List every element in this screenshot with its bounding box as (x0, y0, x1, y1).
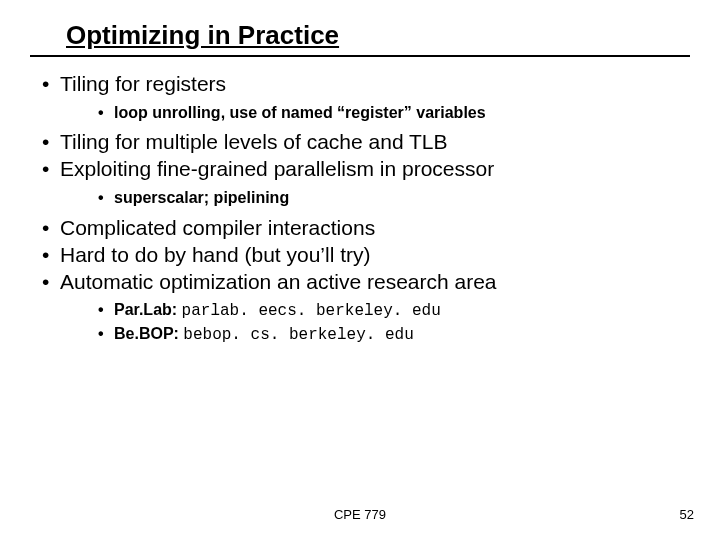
bullet-list: Tiling for registers loop unrolling, use… (40, 71, 690, 347)
sub-bullet-text: superscalar; pipelining (114, 189, 289, 206)
bullet-text: Complicated compiler interactions (60, 216, 375, 239)
bullet-item: Complicated compiler interactions (40, 215, 690, 242)
bullet-item: Exploiting fine-grained parallelism in p… (40, 156, 690, 208)
bullet-item: Hard to do by hand (but you’ll try) (40, 242, 690, 269)
sub-bullet-item: superscalar; pipelining (98, 187, 690, 209)
bullet-text: Automatic optimization an active researc… (60, 270, 497, 293)
bullet-item: Tiling for multiple levels of cache and … (40, 129, 690, 156)
bullet-item: Automatic optimization an active researc… (40, 269, 690, 347)
sub-bullet-text: loop unrolling, use of named “register” … (114, 104, 486, 121)
sub-bullet-item: Par.Lab: parlab. eecs. berkeley. edu (98, 299, 690, 323)
sub-bullet-list: Par.Lab: parlab. eecs. berkeley. edu Be.… (98, 299, 690, 346)
sub-bullet-label: Par.Lab: (114, 301, 182, 318)
sub-bullet-label: Be.BOP: (114, 325, 183, 342)
slide-title: Optimizing in Practice (66, 20, 690, 51)
footer-page-number: 52 (680, 507, 694, 522)
sub-bullet-list: loop unrolling, use of named “register” … (98, 102, 690, 124)
bullet-text: Tiling for registers (60, 72, 226, 95)
bullet-text: Hard to do by hand (but you’ll try) (60, 243, 371, 266)
sub-bullet-list: superscalar; pipelining (98, 187, 690, 209)
footer-course: CPE 779 (0, 507, 720, 522)
bullet-text: Tiling for multiple levels of cache and … (60, 130, 448, 153)
bullet-item: Tiling for registers loop unrolling, use… (40, 71, 690, 123)
sub-bullet-url: bebop. cs. berkeley. edu (183, 326, 413, 344)
sub-bullet-url: parlab. eecs. berkeley. edu (182, 302, 441, 320)
sub-bullet-item: Be.BOP: bebop. cs. berkeley. edu (98, 323, 690, 347)
sub-bullet-item: loop unrolling, use of named “register” … (98, 102, 690, 124)
slide: Optimizing in Practice Tiling for regist… (0, 0, 720, 540)
bullet-text: Exploiting fine-grained parallelism in p… (60, 157, 494, 180)
title-underline-rule (30, 55, 690, 57)
